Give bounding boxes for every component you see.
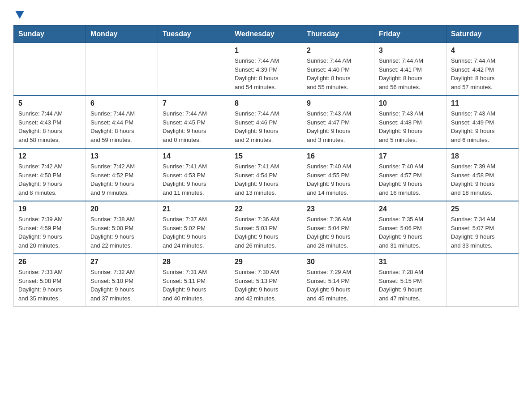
calendar-cell: 4Sunrise: 7:44 AM Sunset: 4:42 PM Daylig…: [446, 43, 519, 96]
day-number: 1: [235, 47, 297, 55]
calendar-cell: [86, 43, 158, 96]
calendar-table: SundayMondayTuesdayWednesdayThursdayFrid…: [13, 25, 519, 307]
calendar-cell: 12Sunrise: 7:42 AM Sunset: 4:50 PM Dayli…: [14, 148, 86, 201]
day-info: Sunrise: 7:36 AM Sunset: 5:04 PM Dayligh…: [307, 215, 369, 250]
calendar-cell: 2Sunrise: 7:44 AM Sunset: 4:40 PM Daylig…: [302, 43, 374, 96]
day-info: Sunrise: 7:36 AM Sunset: 5:03 PM Dayligh…: [235, 215, 297, 250]
day-number: 4: [451, 47, 514, 55]
calendar-cell: 1Sunrise: 7:44 AM Sunset: 4:39 PM Daylig…: [230, 43, 302, 96]
calendar-cell: 3Sunrise: 7:44 AM Sunset: 4:41 PM Daylig…: [374, 43, 446, 96]
day-number: 27: [90, 258, 153, 266]
weekday-header: Saturday: [446, 26, 519, 43]
calendar-week-row: 26Sunrise: 7:33 AM Sunset: 5:08 PM Dayli…: [14, 254, 519, 307]
day-info: Sunrise: 7:44 AM Sunset: 4:41 PM Dayligh…: [379, 56, 442, 91]
day-number: 7: [163, 99, 225, 107]
weekday-header: Monday: [86, 26, 158, 43]
page-header: [13, 9, 519, 17]
day-number: 8: [235, 99, 297, 107]
day-number: 2: [307, 47, 369, 55]
day-number: 20: [90, 205, 153, 213]
day-number: 11: [451, 99, 514, 107]
day-info: Sunrise: 7:34 AM Sunset: 5:07 PM Dayligh…: [451, 215, 514, 250]
day-number: 23: [307, 205, 369, 213]
day-info: Sunrise: 7:44 AM Sunset: 4:43 PM Dayligh…: [18, 109, 81, 144]
day-info: Sunrise: 7:42 AM Sunset: 4:50 PM Dayligh…: [18, 162, 81, 197]
calendar-cell: 25Sunrise: 7:34 AM Sunset: 5:07 PM Dayli…: [446, 201, 519, 254]
calendar-week-row: 1Sunrise: 7:44 AM Sunset: 4:39 PM Daylig…: [14, 43, 519, 96]
day-number: 9: [307, 99, 369, 107]
day-number: 18: [451, 152, 514, 160]
calendar-cell: 21Sunrise: 7:37 AM Sunset: 5:02 PM Dayli…: [158, 201, 230, 254]
calendar-cell: 15Sunrise: 7:41 AM Sunset: 4:54 PM Dayli…: [230, 148, 302, 201]
day-number: 19: [18, 205, 81, 213]
calendar-cell: 10Sunrise: 7:43 AM Sunset: 4:48 PM Dayli…: [374, 95, 446, 148]
calendar-cell: 6Sunrise: 7:44 AM Sunset: 4:44 PM Daylig…: [86, 95, 158, 148]
weekday-header: Tuesday: [158, 26, 230, 43]
day-info: Sunrise: 7:44 AM Sunset: 4:39 PM Dayligh…: [235, 56, 297, 91]
day-number: 16: [307, 152, 369, 160]
calendar-week-row: 19Sunrise: 7:39 AM Sunset: 4:59 PM Dayli…: [14, 201, 519, 254]
day-info: Sunrise: 7:28 AM Sunset: 5:15 PM Dayligh…: [379, 268, 442, 303]
weekday-header: Friday: [374, 26, 446, 43]
day-info: Sunrise: 7:31 AM Sunset: 5:11 PM Dayligh…: [163, 268, 225, 303]
calendar-cell: 28Sunrise: 7:31 AM Sunset: 5:11 PM Dayli…: [158, 254, 230, 307]
day-number: 5: [18, 99, 81, 107]
day-info: Sunrise: 7:29 AM Sunset: 5:14 PM Dayligh…: [307, 268, 369, 303]
day-info: Sunrise: 7:44 AM Sunset: 4:46 PM Dayligh…: [235, 109, 297, 144]
calendar-cell: 8Sunrise: 7:44 AM Sunset: 4:46 PM Daylig…: [230, 95, 302, 148]
calendar-cell: 29Sunrise: 7:30 AM Sunset: 5:13 PM Dayli…: [230, 254, 302, 307]
day-info: Sunrise: 7:44 AM Sunset: 4:42 PM Dayligh…: [451, 56, 514, 91]
day-info: Sunrise: 7:39 AM Sunset: 4:58 PM Dayligh…: [451, 162, 514, 197]
day-number: 29: [235, 258, 297, 266]
calendar-cell: 31Sunrise: 7:28 AM Sunset: 5:15 PM Dayli…: [374, 254, 446, 307]
weekday-header: Wednesday: [230, 26, 302, 43]
day-number: 15: [235, 152, 297, 160]
day-info: Sunrise: 7:39 AM Sunset: 4:59 PM Dayligh…: [18, 215, 81, 250]
day-number: 21: [163, 205, 225, 213]
day-info: Sunrise: 7:37 AM Sunset: 5:02 PM Dayligh…: [163, 215, 225, 250]
day-info: Sunrise: 7:41 AM Sunset: 4:54 PM Dayligh…: [235, 162, 297, 197]
calendar-cell: 19Sunrise: 7:39 AM Sunset: 4:59 PM Dayli…: [14, 201, 86, 254]
day-info: Sunrise: 7:38 AM Sunset: 5:00 PM Dayligh…: [90, 215, 153, 250]
calendar-cell: 9Sunrise: 7:43 AM Sunset: 4:47 PM Daylig…: [302, 95, 374, 148]
calendar-cell: 22Sunrise: 7:36 AM Sunset: 5:03 PM Dayli…: [230, 201, 302, 254]
calendar-cell: [14, 43, 86, 96]
calendar-cell: 23Sunrise: 7:36 AM Sunset: 5:04 PM Dayli…: [302, 201, 374, 254]
day-number: 6: [90, 99, 153, 107]
day-info: Sunrise: 7:35 AM Sunset: 5:06 PM Dayligh…: [379, 215, 442, 250]
calendar-cell: [446, 254, 519, 307]
calendar-cell: 14Sunrise: 7:41 AM Sunset: 4:53 PM Dayli…: [158, 148, 230, 201]
logo-arrow-icon: [15, 11, 24, 19]
calendar-cell: 30Sunrise: 7:29 AM Sunset: 5:14 PM Dayli…: [302, 254, 374, 307]
day-number: 22: [235, 205, 297, 213]
day-info: Sunrise: 7:43 AM Sunset: 4:48 PM Dayligh…: [379, 109, 442, 144]
day-number: 13: [90, 152, 153, 160]
day-number: 30: [307, 258, 369, 266]
calendar-cell: 11Sunrise: 7:43 AM Sunset: 4:49 PM Dayli…: [446, 95, 519, 148]
weekday-header: Thursday: [302, 26, 374, 43]
day-number: 26: [18, 258, 81, 266]
calendar-cell: 20Sunrise: 7:38 AM Sunset: 5:00 PM Dayli…: [86, 201, 158, 254]
day-info: Sunrise: 7:40 AM Sunset: 4:57 PM Dayligh…: [379, 162, 442, 197]
day-number: 24: [379, 205, 442, 213]
day-number: 12: [18, 152, 81, 160]
weekday-header: Sunday: [14, 26, 86, 43]
calendar-cell: 16Sunrise: 7:40 AM Sunset: 4:55 PM Dayli…: [302, 148, 374, 201]
day-info: Sunrise: 7:32 AM Sunset: 5:10 PM Dayligh…: [90, 268, 153, 303]
day-info: Sunrise: 7:41 AM Sunset: 4:53 PM Dayligh…: [163, 162, 225, 197]
day-number: 3: [379, 47, 442, 55]
day-info: Sunrise: 7:44 AM Sunset: 4:45 PM Dayligh…: [163, 109, 225, 144]
calendar-week-row: 5Sunrise: 7:44 AM Sunset: 4:43 PM Daylig…: [14, 95, 519, 148]
day-info: Sunrise: 7:44 AM Sunset: 4:44 PM Dayligh…: [90, 109, 153, 144]
calendar-cell: [158, 43, 230, 96]
day-info: Sunrise: 7:43 AM Sunset: 4:49 PM Dayligh…: [451, 109, 514, 144]
day-info: Sunrise: 7:44 AM Sunset: 4:40 PM Dayligh…: [307, 56, 369, 91]
day-number: 31: [379, 258, 442, 266]
calendar-cell: 13Sunrise: 7:42 AM Sunset: 4:52 PM Dayli…: [86, 148, 158, 201]
calendar-week-row: 12Sunrise: 7:42 AM Sunset: 4:50 PM Dayli…: [14, 148, 519, 201]
day-info: Sunrise: 7:42 AM Sunset: 4:52 PM Dayligh…: [90, 162, 153, 197]
day-number: 14: [163, 152, 225, 160]
calendar-cell: 26Sunrise: 7:33 AM Sunset: 5:08 PM Dayli…: [14, 254, 86, 307]
calendar-cell: 18Sunrise: 7:39 AM Sunset: 4:58 PM Dayli…: [446, 148, 519, 201]
day-info: Sunrise: 7:30 AM Sunset: 5:13 PM Dayligh…: [235, 268, 297, 303]
